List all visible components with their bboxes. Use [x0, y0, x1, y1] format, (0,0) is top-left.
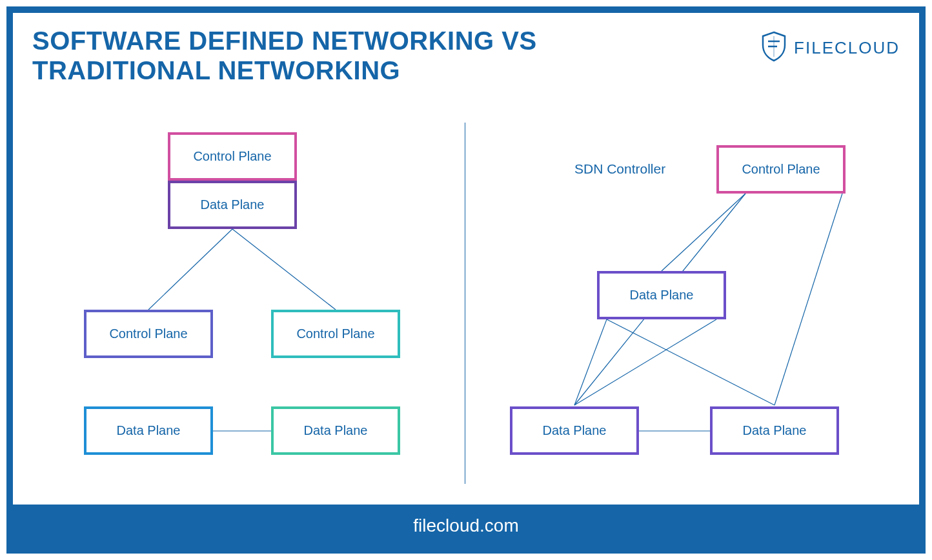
trad-left-control-plane: Control Plane	[84, 310, 213, 358]
footer-url: filecloud.com	[413, 515, 518, 536]
trad-right-data-plane: Data Plane	[271, 406, 400, 455]
svg-line-3	[662, 194, 745, 271]
trad-top-control-plane: Control Plane	[168, 132, 297, 181]
sdn-data-plane-right: Data Plane	[710, 406, 839, 455]
filecloud-logo: FILECLOUD	[760, 31, 900, 65]
svg-line-1	[232, 229, 336, 310]
svg-line-7	[607, 319, 775, 405]
sdn-control-plane: Control Plane	[716, 145, 846, 194]
sdn-controller-label: SDN Controller	[574, 161, 665, 177]
logo-text: FILECLOUD	[794, 38, 900, 58]
connection-lines	[13, 13, 919, 547]
trad-top-data-plane: Data Plane	[168, 181, 297, 229]
svg-line-8	[574, 319, 716, 405]
svg-line-5	[775, 194, 842, 405]
trad-left-data-plane: Data Plane	[84, 406, 213, 455]
title: SOFTWARE DEFINED NETWORKING VS TRADITION…	[32, 26, 537, 85]
footer-bar: filecloud.com	[13, 505, 919, 547]
svg-line-6	[574, 319, 607, 405]
diagram-header: SOFTWARE DEFINED NETWORKING VS TRADITION…	[32, 26, 900, 85]
title-line1: SOFTWARE DEFINED NETWORKING VS	[32, 26, 537, 55]
outer-frame: SOFTWARE DEFINED NETWORKING VS TRADITION…	[6, 6, 926, 554]
sdn-data-plane-left: Data Plane	[510, 406, 639, 455]
svg-line-0	[148, 229, 232, 310]
sdn-data-plane-mid: Data Plane	[597, 271, 726, 319]
shield-icon	[760, 31, 787, 65]
title-line2: TRADITIONAL NETWORKING	[32, 56, 400, 85]
vertical-divider	[465, 123, 465, 484]
trad-right-control-plane: Control Plane	[271, 310, 400, 358]
